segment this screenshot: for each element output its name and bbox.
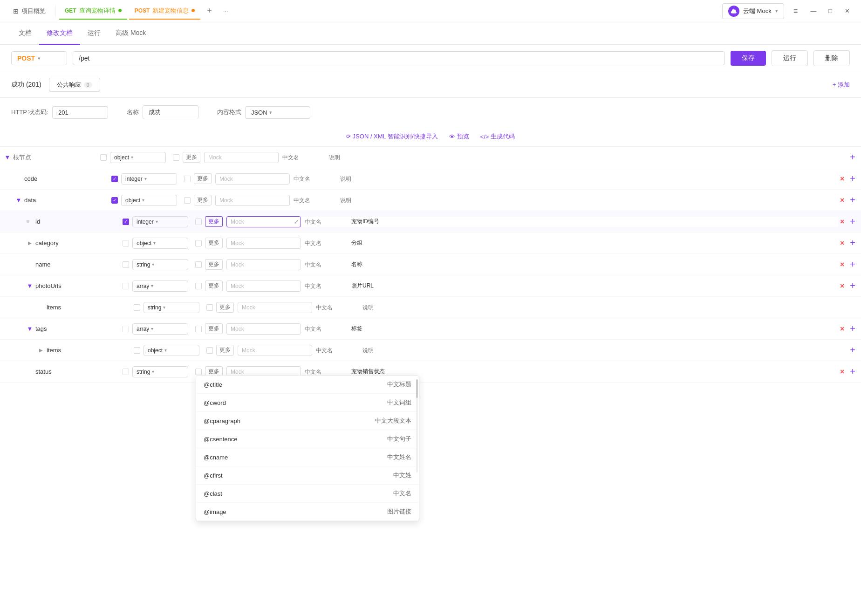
add-name[interactable]: + (848, 258, 857, 271)
checkbox-code[interactable] (111, 176, 118, 182)
type-select-code[interactable]: integer ▾ (121, 173, 177, 185)
type-select-items1[interactable]: string ▾ (144, 302, 199, 313)
more-cb-id[interactable] (195, 219, 202, 225)
checkbox-category[interactable] (123, 240, 129, 246)
more-button-tags[interactable]: 更多 (205, 323, 223, 334)
checkbox-name[interactable] (123, 261, 129, 268)
more-button-name[interactable]: 更多 (205, 259, 223, 270)
more-cb-photourls[interactable] (195, 283, 202, 289)
description-code[interactable] (336, 174, 838, 184)
window-maximize[interactable]: □ (824, 5, 837, 18)
type-select-status[interactable]: string ▾ (132, 366, 188, 377)
toggle-photourls[interactable]: ▼ (26, 282, 34, 290)
cloud-mock-button[interactable]: 云端 Mock ▾ (722, 3, 784, 19)
dropdown-item-cparagraph[interactable]: @cparagraph 中文大段文本 (196, 412, 419, 430)
description-items2[interactable] (359, 345, 848, 356)
more-button-category[interactable]: 更多 (205, 238, 223, 248)
type-select-name[interactable]: string ▾ (132, 259, 188, 270)
chinese-name-code[interactable] (290, 174, 336, 184)
checkbox-photourls[interactable] (123, 283, 129, 289)
dropdown-item-csentence[interactable]: @csentence 中文句子 (196, 430, 419, 448)
tab-edit-doc[interactable]: 修改文档 (39, 22, 80, 45)
chinese-name-root[interactable] (279, 152, 325, 163)
public-response-tab[interactable]: 公共响应 0 (49, 78, 100, 92)
more-cb-items2[interactable] (206, 347, 213, 354)
required-checkbox-id[interactable] (119, 219, 132, 225)
checkbox-items1[interactable] (134, 304, 140, 311)
delete-code[interactable]: × (838, 174, 846, 184)
add-photourls[interactable]: + (848, 280, 857, 292)
window-close[interactable]: ✕ (840, 5, 854, 18)
checkbox-tags[interactable] (123, 326, 129, 332)
description-category[interactable] (348, 238, 838, 248)
more-button-items1[interactable]: 更多 (216, 302, 234, 313)
add-tags[interactable]: + (848, 322, 857, 335)
toggle-category[interactable]: ▶ (26, 240, 34, 247)
save-button[interactable]: 保存 (731, 51, 766, 66)
more-checkbox-items1[interactable] (203, 304, 216, 311)
more-checkbox-category[interactable] (192, 240, 205, 246)
drag-handle-id[interactable]: ≡ (26, 218, 34, 225)
mock-input-id[interactable]: Mock ⤢ (226, 216, 301, 227)
more-checkbox-data[interactable] (181, 197, 194, 204)
name-value[interactable]: 成功 (143, 105, 198, 119)
checkbox-items2[interactable] (134, 347, 140, 354)
more-cb-category[interactable] (195, 240, 202, 246)
more-checkbox-tags[interactable] (192, 326, 205, 332)
path-input[interactable] (73, 51, 725, 65)
import-link[interactable]: ⟳ JSON / XML 智能识别/快捷导入 (346, 132, 438, 141)
toggle-items2[interactable]: ▶ (37, 347, 45, 354)
more-checkbox-name[interactable] (192, 261, 205, 268)
more-cb-status[interactable] (195, 369, 202, 375)
description-tags[interactable] (348, 324, 838, 334)
mock-input-name[interactable]: Mock (226, 259, 301, 270)
method-selector[interactable]: POST ▾ (11, 51, 67, 65)
mock-input-code[interactable]: Mock (215, 173, 290, 185)
more-checkbox-status[interactable] (192, 369, 205, 375)
dropdown-scrollbar-thumb[interactable] (416, 379, 418, 398)
mock-input-photourls[interactable]: Mock (226, 281, 301, 292)
description-id[interactable] (348, 217, 838, 227)
chinese-name-data[interactable] (290, 195, 336, 205)
description-photourls[interactable] (348, 281, 838, 291)
add-data[interactable]: + (848, 194, 857, 206)
more-button-photourls[interactable]: 更多 (205, 281, 223, 291)
add-id[interactable]: + (848, 215, 857, 228)
expand-icon[interactable]: ⤢ (294, 219, 299, 225)
chinese-name-items2[interactable] (312, 345, 359, 356)
add-code[interactable]: + (848, 172, 857, 185)
type-select-id[interactable]: integer ▾ (132, 216, 188, 227)
toggle-tags[interactable]: ▼ (26, 325, 34, 333)
run-button[interactable]: 运行 (772, 50, 808, 66)
type-select-photourls[interactable]: array ▾ (132, 281, 188, 292)
more-tabs-button[interactable]: ··· (219, 3, 233, 20)
mock-input-items1[interactable]: Mock (238, 302, 312, 313)
tab-doc[interactable]: 文档 (11, 22, 39, 45)
toggle-data[interactable]: ▼ (15, 197, 22, 204)
dropdown-item-clast[interactable]: @clast 中文名 (196, 485, 419, 503)
new-tab-button[interactable]: + (202, 3, 217, 20)
dropdown-item-cfirst[interactable]: @cfirst 中文姓 (196, 466, 419, 485)
required-checkbox-data[interactable] (108, 197, 121, 204)
more-cb-items1[interactable] (206, 304, 213, 311)
description-root[interactable] (325, 152, 848, 163)
mock-input-data[interactable]: Mock (215, 195, 290, 206)
more-checkbox-photourls[interactable] (192, 283, 205, 289)
type-select-tags[interactable]: array ▾ (132, 323, 188, 335)
chinese-name-category[interactable] (301, 238, 348, 248)
delete-name[interactable]: × (838, 260, 846, 270)
more-checkbox-root[interactable] (170, 154, 183, 161)
tab-advanced-mock[interactable]: 高级 Mock (108, 22, 153, 45)
more-cb-name[interactable] (195, 261, 202, 268)
checkbox-data[interactable] (111, 197, 118, 204)
chinese-name-tags[interactable] (301, 324, 348, 334)
required-checkbox-photourls[interactable] (119, 283, 132, 289)
description-status[interactable] (348, 367, 838, 377)
required-checkbox-status[interactable] (119, 369, 132, 375)
delete-tags[interactable]: × (838, 324, 846, 334)
more-button-root[interactable]: 更多 (183, 152, 200, 163)
toggle-root[interactable]: ▼ (4, 154, 11, 161)
type-select-category[interactable]: object ▾ (132, 238, 188, 249)
mock-input-tags[interactable]: Mock (226, 323, 301, 335)
type-select-data[interactable]: object ▾ (121, 195, 177, 206)
